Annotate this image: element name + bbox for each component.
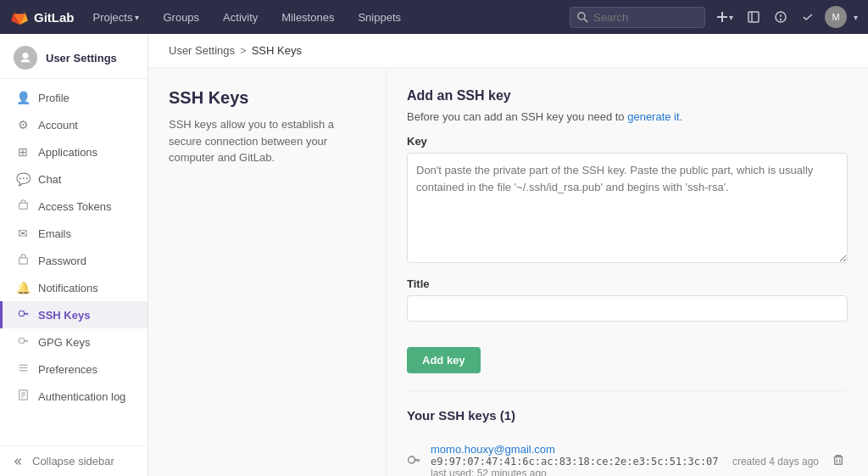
sidebar-item-access-tokens[interactable]: Access Tokens — [0, 193, 147, 220]
key-form-group: Key — [407, 135, 848, 266]
svg-point-17 — [19, 311, 25, 316]
sidebar-item-label: Profile — [38, 92, 70, 104]
sidebar-item-profile[interactable]: 👤 Profile — [0, 84, 147, 111]
sidebar-icon — [747, 10, 760, 24]
key-row-icon — [407, 453, 420, 470]
top-navigation: GitLab Projects ▾ Groups Activity Milest… — [0, 0, 868, 34]
applications-icon: ⊞ — [16, 145, 30, 159]
add-key-button[interactable]: Add key — [407, 347, 481, 373]
sidebar-title: User Settings — [46, 52, 117, 64]
collapse-icon — [14, 456, 25, 468]
title-input[interactable] — [407, 295, 848, 322]
user-avatar[interactable]: M — [825, 6, 847, 28]
auth-log-icon — [16, 389, 30, 403]
page-description: SSH keys allow you to establish a secure… — [169, 116, 365, 166]
left-panel: SSH Keys SSH keys allow you to establish… — [148, 68, 386, 476]
breadcrumb-parent[interactable]: User Settings — [169, 44, 235, 57]
delete-key-button[interactable] — [829, 451, 848, 473]
svg-point-32 — [409, 456, 415, 463]
sidebar-item-label: GPG Keys — [38, 336, 90, 349]
svg-rect-16 — [19, 258, 27, 264]
breadcrumb-separator: > — [240, 44, 247, 57]
search-box[interactable] — [570, 7, 705, 28]
breadcrumb-current: SSH Keys — [252, 44, 302, 57]
topnav-right: ▾ M ▾ — [570, 6, 858, 28]
svg-point-13 — [781, 20, 782, 20]
sidebar-item-label: SSH Keys — [38, 309, 90, 322]
avatar-chevron: ▾ — [854, 13, 858, 22]
sidebar-item-label: Preferences — [38, 363, 97, 376]
issues-button[interactable] — [771, 7, 791, 27]
sidebar-item-password[interactable]: Password — [0, 247, 147, 274]
todo-icon — [801, 10, 815, 24]
section-divider — [407, 390, 848, 391]
ssh-key-row: momo.houxy@gmail.com e9:97:07:47:41:6c:a… — [407, 433, 848, 476]
svg-rect-15 — [19, 203, 27, 209]
sidebar-item-account[interactable]: ⚙ Account — [0, 111, 147, 138]
page-title: SSH Keys — [169, 88, 365, 108]
page-content: SSH Keys SSH keys allow you to establish… — [148, 68, 868, 476]
sidebar-nav: 👤 Profile ⚙ Account ⊞ Applications 💬 Cha… — [0, 79, 147, 445]
todos-button[interactable] — [798, 7, 818, 27]
search-input[interactable] — [593, 11, 695, 24]
sidebar-item-label: Chat — [38, 173, 61, 186]
new-item-button[interactable]: ▾ — [712, 7, 737, 27]
sidebar-header: User Settings — [0, 34, 147, 79]
projects-menu[interactable]: Projects ▾ — [88, 8, 145, 27]
main-content: User Settings > SSH Keys SSH Keys SSH ke… — [148, 34, 868, 476]
emails-icon: ✉ — [16, 227, 30, 240]
sidebar-item-gpg-keys[interactable]: GPG Keys — [0, 328, 147, 356]
generate-it-link[interactable]: generate it. — [627, 110, 682, 123]
sidebar-item-chat[interactable]: 💬 Chat — [0, 165, 147, 193]
issues-icon — [774, 10, 787, 24]
trash-icon — [832, 454, 844, 466]
notifications-icon: 🔔 — [16, 281, 30, 294]
collapse-sidebar-button[interactable]: Collapse sidebar — [14, 455, 134, 468]
milestones-link[interactable]: Milestones — [276, 8, 339, 27]
groups-menu[interactable]: Groups — [158, 8, 204, 27]
right-panel: Add an SSH key Before you can add an SSH… — [386, 68, 868, 476]
sidebar-item-preferences[interactable]: Preferences — [0, 356, 147, 383]
sidebar-user-avatar — [14, 46, 37, 70]
projects-chevron: ▾ — [135, 13, 139, 22]
gitlab-logo[interactable]: GitLab — [10, 8, 75, 26]
sidebar-item-emails[interactable]: ✉ Emails — [0, 220, 147, 247]
key-email[interactable]: momo.houxy@gmail.com — [431, 443, 722, 456]
sidebar-item-ssh-keys[interactable]: SSH Keys — [0, 301, 147, 328]
gitlab-wordmark: GitLab — [34, 10, 75, 25]
title-form-group: Title — [407, 277, 848, 335]
account-icon: ⚙ — [16, 118, 30, 132]
generate-text: Before you can add an SSH key you need t… — [407, 110, 848, 123]
svg-rect-9 — [748, 12, 759, 22]
sidebar-item-label: Authentication log — [38, 390, 125, 403]
key-fingerprint-icon — [407, 453, 420, 467]
breadcrumb: User Settings > SSH Keys — [148, 34, 868, 68]
password-icon — [16, 254, 30, 267]
sidebar-footer: Collapse sidebar — [0, 445, 147, 476]
sidebar-item-auth-log[interactable]: Authentication log — [0, 383, 147, 410]
preferences-icon — [16, 362, 30, 376]
svg-point-5 — [578, 12, 585, 19]
title-label: Title — [407, 277, 848, 290]
plus-chevron: ▾ — [729, 13, 733, 22]
user-avatar-icon — [19, 52, 31, 64]
add-ssh-key-title: Add an SSH key — [407, 88, 848, 104]
sidebar-item-label: Access Tokens — [38, 200, 111, 213]
sidebar-item-label: Applications — [38, 146, 97, 159]
sidebar-toggle-button[interactable] — [743, 7, 764, 27]
activity-link[interactable]: Activity — [218, 8, 263, 27]
page-layout: User Settings 👤 Profile ⚙ Account ⊞ Appl… — [0, 34, 868, 476]
svg-line-6 — [584, 19, 587, 22]
svg-rect-36 — [835, 456, 843, 464]
snippets-link[interactable]: Snippets — [353, 8, 406, 27]
sidebar-item-label: Notifications — [38, 282, 98, 294]
sidebar-item-notifications[interactable]: 🔔 Notifications — [0, 274, 147, 301]
key-textarea[interactable] — [407, 153, 848, 263]
svg-rect-8 — [717, 16, 727, 18]
key-label: Key — [407, 135, 848, 148]
key-details: momo.houxy@gmail.com e9:97:07:47:41:6c:a… — [431, 443, 722, 476]
ssh-keys-icon — [16, 308, 30, 322]
sidebar-item-applications[interactable]: ⊞ Applications — [0, 138, 147, 165]
gpg-keys-icon — [16, 335, 30, 349]
sidebar: User Settings 👤 Profile ⚙ Account ⊞ Appl… — [0, 34, 148, 476]
